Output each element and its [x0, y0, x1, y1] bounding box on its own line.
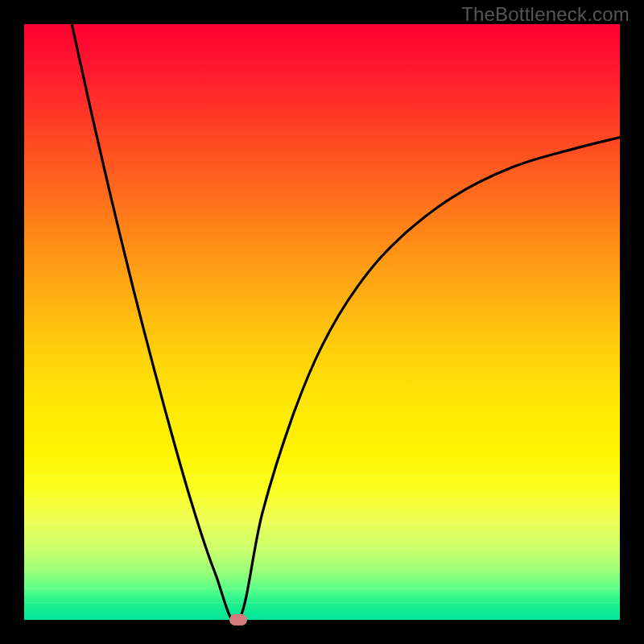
watermark-text: TheBottleneck.com [461, 3, 630, 26]
plot-area [24, 24, 620, 620]
bottleneck-curve [24, 24, 620, 620]
curve-path [72, 24, 620, 620]
optimum-marker [229, 614, 247, 625]
chart-frame: TheBottleneck.com [0, 0, 644, 644]
